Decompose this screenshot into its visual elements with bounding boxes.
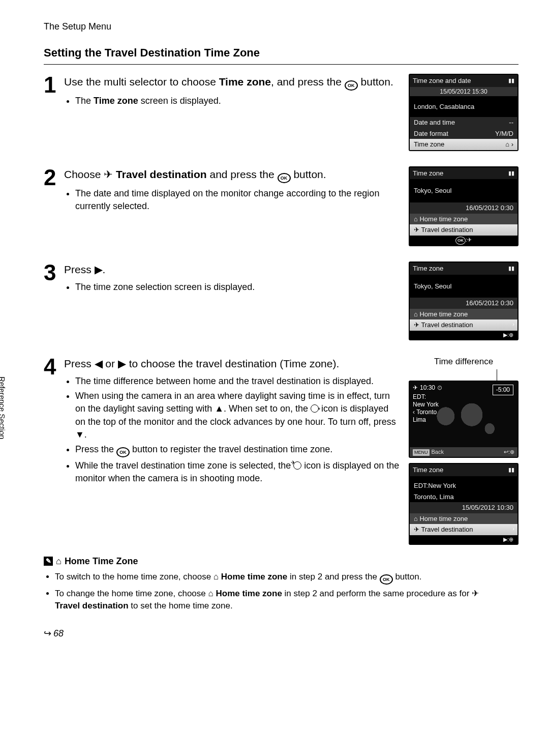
plane-icon <box>414 321 419 329</box>
ok-icon: OK <box>455 237 466 245</box>
time-diff-value: -5:00 <box>493 385 513 395</box>
step-bullet: The Time zone screen is displayed. <box>75 95 400 107</box>
lcd-screenshot-1: Time zone and date▮▮ 15/05/2012 15:30 Lo… <box>409 74 518 151</box>
lcd-screenshot-3: Time zone▮▮ Tokyo, Seoul 16/05/2012 0:30… <box>409 261 518 340</box>
step-heading: Press . <box>64 263 400 277</box>
ok-icon: OK <box>380 574 393 585</box>
step-1: 1 Use the multi selector to choose Time … <box>44 74 518 151</box>
battery-icon: ▮▮ <box>508 466 514 474</box>
note-icon: ✎ <box>44 557 53 566</box>
plane-icon <box>413 384 418 392</box>
step-bullet: The time difference between home and the… <box>75 375 400 388</box>
step-4: 4 Press or to choose the travel destinat… <box>44 356 518 545</box>
step-bullet: The time zone selection screen is displa… <box>75 281 400 294</box>
step-3: 3 Press . The time zone selection screen… <box>44 261 518 340</box>
page-title: Setting the Travel Destination Time Zone <box>44 45 518 61</box>
step-number: 4 <box>44 356 64 545</box>
dst-icon <box>311 404 319 413</box>
home-icon: ⌂ › <box>505 140 513 149</box>
home-icon <box>56 555 62 568</box>
plane-icon <box>414 226 419 234</box>
step-2: 2 Choose Travel destination and press th… <box>44 166 518 246</box>
ok-icon: OK <box>345 80 358 91</box>
step-bullet: Press the OK button to register the trav… <box>75 443 400 457</box>
ok-icon: OK <box>116 447 130 457</box>
page-footer: ↪ 68 <box>44 627 518 640</box>
note-home-time-zone: ✎ Home Time Zone To switch to the home t… <box>44 555 495 612</box>
plane-icon <box>472 589 479 598</box>
battery-icon: ▮▮ <box>508 265 514 272</box>
step-heading: Use the multi selector to choose Time zo… <box>64 75 400 91</box>
note-bullet: To switch to the home time zone, choose … <box>55 571 495 585</box>
lcd-screenshot-2: Time zone▮▮ Tokyo, Seoul 16/05/2012 0:30… <box>409 166 518 246</box>
home-icon <box>208 589 213 598</box>
left-arrow-icon <box>95 358 103 369</box>
home-icon <box>414 310 418 318</box>
menu-pill-icon: MENU <box>413 449 430 456</box>
ok-icon: OK <box>278 173 291 183</box>
world-map-screenshot: 10:30 ⊙ -5:00 EDT: New York ‹ Toronto Li… <box>409 381 518 458</box>
battery-icon: ▮▮ <box>508 169 514 177</box>
right-arrow-icon <box>118 358 126 369</box>
step-bullet: The date and time displayed on the monit… <box>75 187 400 213</box>
right-arrow-icon <box>95 264 103 275</box>
home-icon <box>414 215 418 223</box>
side-tab-label: Reference Section <box>0 376 8 439</box>
home-icon <box>414 515 418 522</box>
plane-icon <box>104 168 113 180</box>
step-number: 1 <box>44 74 64 151</box>
section-glyph-icon: ↪ <box>44 627 51 640</box>
note-bullet: To change the home time zone, choose Hom… <box>55 588 495 612</box>
time-difference-label: Time difference <box>409 356 518 368</box>
travel-zone-icon <box>293 461 301 470</box>
up-arrow-icon <box>215 403 224 414</box>
battery-icon: ▮▮ <box>508 77 514 84</box>
down-arrow-icon <box>75 429 84 440</box>
plane-icon <box>414 526 419 533</box>
step-heading: Press or to choose the travel destinatio… <box>64 357 400 371</box>
running-header: The Setup Menu <box>44 20 518 33</box>
step-number: 3 <box>44 261 64 340</box>
step-bullet: When using the camera in an area where d… <box>75 390 400 441</box>
step-heading: Choose Travel destination and press the … <box>64 167 400 183</box>
home-icon <box>214 572 219 581</box>
step-bullet: While the travel destination time zone i… <box>75 459 400 485</box>
callout-line <box>497 369 498 381</box>
step-number: 2 <box>44 166 64 246</box>
title-rule <box>44 64 518 65</box>
lcd-screenshot-4: Time zone▮▮ EDT:New York Toronto, Lima 1… <box>409 463 518 544</box>
